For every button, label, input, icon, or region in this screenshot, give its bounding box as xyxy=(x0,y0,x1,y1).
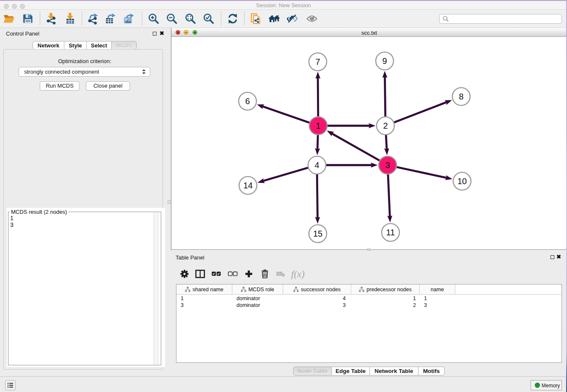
svg-text:2: 2 xyxy=(383,121,388,130)
svg-text:11: 11 xyxy=(386,228,395,237)
svg-text:3: 3 xyxy=(385,160,390,170)
svg-text:4: 4 xyxy=(314,160,319,170)
svg-text:1: 1 xyxy=(316,121,320,130)
svg-text:9: 9 xyxy=(382,56,387,66)
svg-text:7: 7 xyxy=(315,57,320,66)
svg-text:15: 15 xyxy=(313,229,322,238)
svg-text:6: 6 xyxy=(245,97,250,106)
svg-text:8: 8 xyxy=(459,92,463,101)
svg-text:10: 10 xyxy=(457,177,467,186)
svg-text:14: 14 xyxy=(243,181,253,190)
svg-text:f(x): f(x) xyxy=(291,269,305,279)
